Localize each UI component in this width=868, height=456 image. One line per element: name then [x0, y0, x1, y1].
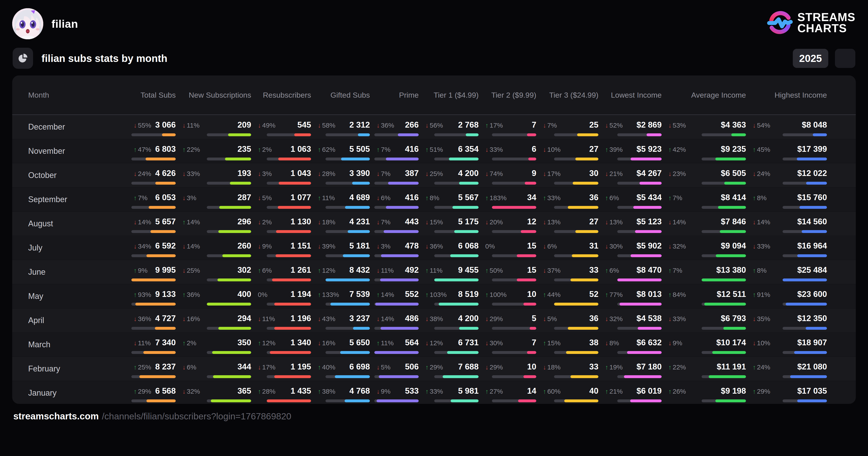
- stat-bar-fill: [630, 399, 662, 402]
- stat-bar-fill: [386, 206, 419, 209]
- stat-cell: ↑11%9 455: [425, 260, 478, 284]
- stat-change: ↑14%: [376, 291, 394, 299]
- arrow-down-icon: ↓: [668, 315, 672, 323]
- stat-bar: [131, 230, 176, 233]
- stat-value: $5 923: [637, 145, 662, 154]
- year-button[interactable]: 2025: [793, 49, 828, 68]
- stat-value: 7 688: [458, 362, 478, 371]
- stat-cell: ↓6%344: [182, 357, 251, 381]
- arrow-down-icon: ↓: [543, 219, 546, 226]
- stat-bar: [617, 157, 662, 160]
- year-extra-button[interactable]: [835, 49, 855, 68]
- stat-bar: [617, 254, 662, 257]
- stat-cell: ↓30%$5 902: [605, 236, 662, 260]
- arrow-down-icon: ↓: [425, 339, 429, 346]
- stat-bar-fill: [577, 133, 598, 136]
- stat-change: ↑45%: [753, 146, 770, 153]
- stat-bar: [131, 327, 176, 330]
- stat-change: ↑33%: [543, 194, 561, 202]
- stat-bar: [267, 254, 311, 257]
- stat-value: 40: [589, 386, 598, 396]
- arrow-down-icon: ↓: [376, 122, 380, 129]
- stat-value: 7: [532, 120, 536, 130]
- stat-bar: [326, 375, 370, 378]
- stat-change: ↑9%: [133, 267, 148, 274]
- arrow-up-icon: ↑: [668, 388, 672, 395]
- stat-bar: [207, 206, 251, 209]
- stat-value: $12 350: [797, 314, 827, 323]
- table-row: February↑25%8 237↓6%344↓17%1 195↑40%6 69…: [12, 357, 856, 381]
- stat-value: 486: [405, 314, 419, 323]
- stat-bar-fill: [162, 133, 176, 136]
- page-footer: streamscharts.com /channels/filian/subsc…: [13, 411, 291, 422]
- stat-cell: ↓5%1 077: [258, 187, 311, 211]
- stat-bar-fill: [466, 133, 478, 136]
- column-header: Resubscribers: [258, 91, 311, 99]
- stat-bar-fill: [449, 157, 478, 160]
- stat-cell: ↓74%9: [485, 163, 536, 187]
- stat-bar: [492, 278, 536, 281]
- stat-value: 10: [527, 290, 536, 299]
- arrow-down-icon: ↓: [668, 339, 672, 346]
- stat-bar-fill: [619, 303, 662, 306]
- stat-bar: [492, 254, 536, 257]
- stat-bar: [326, 351, 370, 354]
- stat-cell: ↑84%$12 511: [668, 284, 746, 308]
- stat-value: 344: [238, 362, 251, 371]
- stat-value: 4 200: [458, 169, 478, 178]
- stat-bar: [554, 254, 598, 257]
- stat-bar-fill: [704, 303, 746, 306]
- stat-value: 31: [589, 241, 598, 250]
- stat-value: $21 080: [797, 362, 827, 371]
- stat-value: $8 048: [802, 120, 827, 130]
- arrow-down-icon: ↓: [258, 364, 261, 371]
- stat-bar-fill: [380, 278, 419, 281]
- logo-line-1: STREAMS: [798, 11, 855, 23]
- stat-cell: ↓2%1 130: [258, 212, 311, 236]
- stat-cell: ↑14%296: [182, 212, 251, 236]
- stat-change: ↓9%: [668, 339, 682, 347]
- stat-cell: ↑8%$15 760: [753, 187, 827, 211]
- stat-cell: ↓49%545: [258, 115, 311, 139]
- stat-cell: ↓17%30: [543, 163, 598, 187]
- stat-change: ↓36%: [425, 243, 443, 250]
- stat-change: ↓18%: [318, 218, 336, 226]
- stat-bar-fill: [386, 157, 419, 160]
- stat-cell: ↑27%14: [485, 381, 536, 405]
- stat-change: ↓20%: [485, 218, 503, 226]
- stat-value: $4 538: [637, 314, 662, 323]
- stat-bar: [554, 157, 598, 160]
- stat-cell: ↑77%$8 013: [605, 284, 662, 308]
- stat-bar: [492, 182, 536, 185]
- stat-cell: ↓15%5 175: [425, 212, 478, 236]
- stat-value: 30: [589, 169, 598, 178]
- stat-bar-fill: [523, 375, 536, 378]
- stat-change: ↓7%: [543, 122, 557, 129]
- stat-value: 38: [589, 338, 598, 347]
- stat-cell: ↑36%400: [182, 284, 251, 308]
- stat-cell: ↓12%6 731: [425, 333, 478, 357]
- stat-change: ↑7%: [133, 194, 148, 202]
- stat-value: 1 194: [290, 290, 311, 299]
- arrow-down-icon: ↓: [318, 243, 321, 250]
- stat-cell: ↑24%$21 080: [753, 357, 827, 381]
- stat-value: 15: [527, 265, 536, 275]
- stat-bar: [326, 278, 370, 281]
- stat-bar-fill: [330, 303, 370, 306]
- stat-change: ↑6%: [605, 194, 619, 202]
- stat-bar: [207, 375, 251, 378]
- arrow-up-icon: ↑: [258, 339, 261, 346]
- stat-bar: [326, 157, 370, 160]
- table-body: December↓55%3 066↓11%209↓49%545↓58%2 312…: [12, 115, 856, 405]
- arrow-down-icon: ↓: [485, 339, 489, 346]
- stat-value: 36: [589, 193, 598, 202]
- stat-value: $9 198: [721, 386, 746, 396]
- table-row: August↓14%5 657↑14%296↓2%1 130↓18%4 231↓…: [12, 211, 856, 236]
- table-row: December↓55%3 066↓11%209↓49%545↓58%2 312…: [12, 115, 856, 139]
- stat-value: 266: [405, 120, 419, 130]
- arrow-down-icon: ↓: [258, 219, 261, 226]
- stat-change: ↑14%: [182, 218, 200, 226]
- arrow-down-icon: ↓: [753, 170, 756, 177]
- stat-change: ↑21%: [605, 388, 623, 395]
- subs-stats-table: MonthTotal SubsNew SubscriptionsResubscr…: [12, 75, 856, 404]
